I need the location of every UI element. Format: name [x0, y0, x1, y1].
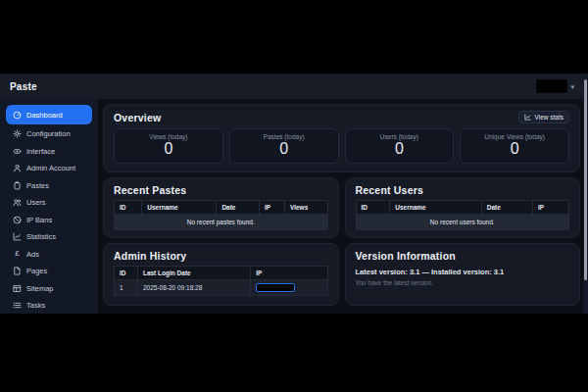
sidebar-item-label: Sitemap — [26, 284, 54, 293]
admin-history-id: 1 — [115, 280, 138, 296]
sidebar-item-pastes[interactable]: Pastes — [6, 177, 92, 195]
column-header-ip: IP — [251, 267, 327, 280]
sidebar: Dashboard Configuration Interface Admin … — [0, 99, 98, 314]
column-header-ip: IP — [259, 201, 284, 215]
app-window: Paste ▾ Dashboard Configuration Interfac… — [0, 74, 588, 314]
sidebar-item-label: Interface — [26, 147, 55, 156]
sidebar-item-label: Users — [26, 198, 46, 207]
version-info-panel: Version Information Latest version: 3.1 … — [345, 243, 581, 306]
line-chart-icon — [13, 232, 22, 241]
sidebar-item-label: Pages — [26, 267, 47, 275]
stat-card-pastes-today: Pastes (today) 0 — [229, 128, 339, 164]
app-title: Paste — [10, 81, 37, 92]
stat-value: 0 — [346, 140, 454, 158]
stat-label: Unique Views (today) — [461, 133, 568, 140]
sitemap-icon — [13, 284, 22, 293]
sidebar-item-ads[interactable]: £ Ads — [6, 246, 92, 264]
column-header-username: Username — [142, 201, 217, 215]
column-header-last-login-date: Last Login Date — [137, 267, 250, 280]
column-header-id: ID — [115, 201, 142, 215]
topbar: Paste ▾ — [0, 74, 588, 99]
sidebar-item-label: Ads — [26, 250, 39, 259]
sidebar-item-tasks[interactable]: Tasks — [6, 297, 92, 314]
recent-pastes-table: ID Username Date IP Views No recent past… — [114, 200, 328, 230]
sidebar-item-label: Tasks — [26, 301, 45, 310]
sidebar-item-ip-bans[interactable]: IP Bans — [6, 212, 92, 229]
sidebar-item-label: Pastes — [26, 181, 49, 190]
overview-title: Overview — [114, 112, 161, 123]
person-icon — [13, 164, 22, 172]
stat-label: Users (today) — [346, 133, 454, 140]
recent-pastes-title: Recent Pastes — [114, 184, 328, 196]
column-header-id: ID — [356, 201, 390, 215]
recent-users-panel: Recent Users ID Username Date IP No rece… — [345, 177, 581, 238]
topbar-right: ▾ — [536, 79, 574, 93]
line-chart-icon — [524, 114, 531, 121]
stat-value: 0 — [461, 140, 568, 158]
stat-value: 0 — [230, 140, 338, 158]
eye-icon — [13, 147, 22, 156]
column-header-username: Username — [390, 201, 482, 215]
ban-icon — [13, 216, 22, 224]
sidebar-item-label: Admin Account — [26, 164, 75, 172]
version-line: Latest version: 3.1 — Installed version:… — [356, 268, 570, 276]
scrollbar-thumb[interactable] — [584, 79, 587, 280]
sidebar-item-label: Statistics — [26, 232, 56, 241]
column-header-date: Date — [481, 201, 532, 215]
column-header-ip: IP — [533, 201, 569, 215]
recent-users-title: Recent Users — [356, 184, 570, 196]
sidebar-item-pages[interactable]: Pages — [6, 263, 92, 280]
admin-history-last-login-date: 2025-08-20 09:18:28 — [137, 280, 250, 296]
table-row: 1 2025-08-20 09:18:28 — [115, 280, 328, 296]
sidebar-item-configuration[interactable]: Configuration — [6, 125, 92, 143]
tasks-icon — [13, 301, 22, 310]
view-stats-label: View stats — [534, 114, 564, 121]
empty-state-message: No recent pastes found. — [115, 215, 328, 230]
column-header-views: Views — [284, 201, 327, 215]
view-stats-button[interactable]: View stats — [518, 111, 569, 123]
column-header-date: Date — [217, 201, 260, 215]
stat-value: 0 — [115, 140, 222, 158]
sidebar-item-users[interactable]: Users — [6, 194, 92, 212]
scrollbar-track[interactable] — [583, 74, 588, 314]
language-select[interactable] — [536, 79, 567, 93]
clipboard-icon — [13, 181, 22, 190]
sidebar-item-sitemap[interactable]: Sitemap — [6, 280, 92, 298]
sidebar-item-label: IP Bans — [26, 216, 52, 224]
column-header-id: ID — [115, 267, 138, 280]
recent-users-table: ID Username Date IP No recent users foun… — [356, 200, 570, 230]
stat-card-unique-views-today: Unique Views (today) 0 — [460, 128, 569, 164]
chevron-down-icon[interactable]: ▾ — [570, 83, 574, 90]
admin-history-table: ID Last Login Date IP 1 2025-08-20 09:18… — [114, 266, 328, 296]
recent-pastes-panel: Recent Pastes ID Username Date IP Views … — [103, 177, 339, 238]
dashboard-icon — [13, 111, 22, 120]
version-info-title: Version Information — [356, 250, 570, 262]
currency-icon: £ — [13, 250, 22, 259]
admin-history-ip-cell — [251, 280, 327, 296]
sidebar-item-label: Configuration — [26, 129, 71, 138]
stat-card-views-today: Views (today) 0 — [114, 128, 223, 164]
version-note: You have the latest version. — [356, 279, 570, 286]
sidebar-item-statistics[interactable]: Statistics — [6, 228, 92, 246]
stat-label: Pastes (today) — [230, 133, 338, 140]
stat-label: Views (today) — [115, 133, 222, 140]
sidebar-item-interface[interactable]: Interface — [6, 143, 92, 161]
overview-panel: Overview View stats Views (today) 0 Past… — [103, 104, 580, 172]
sidebar-item-label: Dashboard — [26, 111, 63, 120]
page-icon — [13, 267, 22, 275]
stat-card-users-today: Users (today) 0 — [345, 128, 455, 164]
gear-icon — [13, 129, 22, 138]
ip-redacted-box — [256, 283, 295, 292]
empty-state-message: No recent users found. — [356, 215, 569, 230]
admin-history-title: Admin History — [114, 250, 328, 262]
sidebar-item-dashboard[interactable]: Dashboard — [6, 105, 92, 124]
main-content: Overview View stats Views (today) 0 Past… — [98, 99, 588, 314]
users-icon — [13, 198, 22, 207]
admin-history-panel: Admin History ID Last Login Date IP 1 20… — [103, 243, 339, 306]
sidebar-item-admin-account[interactable]: Admin Account — [6, 160, 92, 177]
